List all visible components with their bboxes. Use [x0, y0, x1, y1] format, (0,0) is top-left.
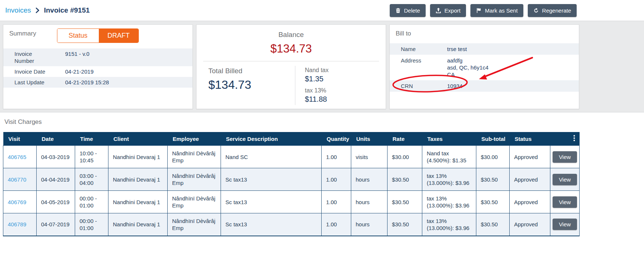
- breadcrumb-invoices-link[interactable]: Invoices: [5, 6, 31, 14]
- column-header-service-description: Service Description: [221, 132, 322, 146]
- date-cell: 04-07-2019: [37, 213, 75, 236]
- nand-tax-label: Nand tax: [305, 67, 386, 74]
- balance-card: Balance $134.73 Total Billed $134.73 Nan…: [196, 24, 386, 109]
- column-header-time: Time: [75, 132, 108, 146]
- client-cell: Nandhini Devaraj 1: [108, 146, 168, 168]
- view-button[interactable]: View: [553, 219, 577, 230]
- units-cell: visits: [351, 146, 388, 168]
- column-header-actions: [550, 132, 580, 146]
- delete-button-label: Delete: [404, 7, 420, 14]
- summary-card: Summary Status DRAFT Invoice Number 9151…: [3, 24, 193, 109]
- invoice-number-value: 9151 - v.0: [65, 50, 90, 64]
- date-cell: 04-03-2019: [37, 146, 75, 168]
- column-header-subtotal: Sub-total: [476, 132, 510, 146]
- address-line: aafdfg: [447, 57, 489, 64]
- balance-amount: $134.73: [197, 42, 386, 55]
- subtotal-cell: $30.50: [476, 213, 510, 236]
- column-header-client: Client: [108, 132, 168, 146]
- quantity-cell: 1.00: [322, 168, 351, 191]
- invoice-date-label: Invoice Date: [14, 68, 48, 75]
- status-cell: Approved: [510, 191, 550, 213]
- export-button[interactable]: Export: [430, 4, 466, 17]
- employee-cell: Nândhïnï Dèvârâj Emp: [168, 191, 221, 213]
- status-cell: Approved: [510, 146, 550, 168]
- taxes-cell: tax 13% (13.000%): $3.96: [422, 191, 476, 213]
- service-description-cell: Sc tax13: [221, 168, 322, 191]
- client-cell: Nandhini Devaraj 1: [108, 213, 168, 236]
- visit-link[interactable]: 406770: [8, 176, 26, 183]
- bill-to-address-value: aafdfg asd, QC, h6y1c4 CA: [447, 57, 489, 78]
- subtotal-cell: $30.00: [476, 146, 510, 168]
- column-header-units: Units: [351, 132, 388, 146]
- summary-cards-row: Summary Status DRAFT Invoice Number 9151…: [3, 24, 579, 109]
- status-badge: DRAFT: [99, 29, 138, 43]
- time-cell: 00:00 - 01:00: [75, 191, 108, 213]
- column-header-quantity: Quantity: [322, 132, 351, 146]
- bill-to-crn-value: 10934: [447, 82, 463, 89]
- upload-icon: [436, 8, 441, 13]
- employee-cell: Nândhïnï Dèvârâj Emp: [168, 168, 221, 191]
- regenerate-button-label: Regenerate: [542, 7, 571, 14]
- quantity-cell: 1.00: [322, 146, 351, 168]
- employee-cell: Nândhïnï Dèvârâj Emp: [168, 146, 221, 168]
- export-button-label: Export: [445, 7, 460, 14]
- status-cell: Approved: [510, 168, 550, 191]
- address-line: asd, QC, h6y1c4: [447, 64, 489, 71]
- taxes-cell: tax 13% (13.000%): $3.96: [422, 168, 476, 191]
- client-cell: Nandhini Devaraj 1: [108, 168, 168, 191]
- status-toggle[interactable]: Status DRAFT: [57, 28, 139, 43]
- chevron-right-icon: [36, 7, 40, 13]
- delete-button[interactable]: Delete: [390, 4, 426, 17]
- taxes-cell: Nand tax (4.500%): $1.35: [422, 146, 476, 168]
- invoice-number-label: Invoice Number: [14, 50, 48, 64]
- view-button[interactable]: View: [553, 196, 577, 208]
- visit-charges-title: Visit Charges: [4, 118, 644, 126]
- visit-charges-table: Visit Date Time Client Employee Service …: [3, 132, 580, 236]
- table-row: 406770 04-04-2019 03:00 - 04:00 Nandhini…: [3, 168, 580, 191]
- bill-to-address-row: Address aafdfg asd, QC, h6y1c4 CA: [390, 55, 579, 80]
- units-cell: hours: [351, 191, 388, 213]
- employee-cell: Nândhïnï Dèvârâj Emp: [168, 213, 221, 236]
- table-row: 406769 04-05-2019 00:00 - 01:00 Nandhini…: [3, 191, 580, 213]
- top-bar: Invoices Invoice #9151 Delete Export Mar…: [0, 0, 644, 21]
- status-toggle-label: Status: [57, 29, 99, 43]
- client-cell: Nandhini Devaraj 1: [108, 191, 168, 213]
- bill-to-name-value: trse test: [447, 45, 467, 53]
- nand-tax-value: $1.35: [305, 75, 386, 83]
- invoice-number-row: Invoice Number 9151 - v.0: [3, 48, 192, 66]
- tax13-value: $11.88: [305, 95, 386, 104]
- tax13-label: tax 13%: [305, 87, 386, 94]
- column-header-visit: Visit: [3, 132, 37, 146]
- rate-cell: $30.50: [388, 168, 422, 191]
- status-cell: Approved: [510, 213, 550, 236]
- kebab-menu-icon[interactable]: [573, 135, 575, 141]
- last-update-label: Last Update: [14, 79, 48, 86]
- units-cell: hours: [351, 168, 388, 191]
- view-button[interactable]: View: [553, 174, 577, 185]
- invoice-actions-toolbar: Delete Export Mark as Sent Regenerate: [390, 4, 577, 17]
- visit-link[interactable]: 406765: [8, 154, 26, 160]
- date-cell: 04-05-2019: [37, 191, 75, 213]
- regenerate-button[interactable]: Regenerate: [528, 4, 577, 17]
- flag-icon: [476, 8, 482, 13]
- view-button[interactable]: View: [553, 151, 577, 163]
- rate-cell: $30.50: [388, 191, 422, 213]
- bill-to-address-label: Address: [401, 57, 435, 78]
- mark-as-sent-button-label: Mark as Sent: [485, 7, 517, 14]
- service-description-cell: Nand SC: [221, 146, 322, 168]
- visit-link[interactable]: 406769: [8, 199, 26, 205]
- visit-charges-panel: Visit Charges Visit Date Time Client Emp…: [0, 112, 644, 267]
- visit-link[interactable]: 406789: [8, 221, 26, 227]
- units-cell: hours: [351, 213, 388, 236]
- bill-to-crn-label: CRN: [401, 82, 435, 89]
- taxes-cell: tax 13% (13.000%): $3.96: [422, 213, 476, 236]
- quantity-cell: 1.00: [322, 213, 351, 236]
- date-cell: 04-04-2019: [37, 168, 75, 191]
- rate-cell: $30.00: [388, 146, 422, 168]
- mark-as-sent-button[interactable]: Mark as Sent: [470, 4, 523, 17]
- page-title: Invoice #9151: [44, 6, 90, 14]
- total-billed-value: $134.73: [208, 78, 295, 92]
- bill-to-name-row: Name trse test: [390, 43, 579, 55]
- table-row: 406765 04-03-2019 10:00 - 10:45 Nandhini…: [3, 146, 580, 168]
- bill-to-card: Bill to Name trse test Address aafdfg as…: [389, 24, 579, 109]
